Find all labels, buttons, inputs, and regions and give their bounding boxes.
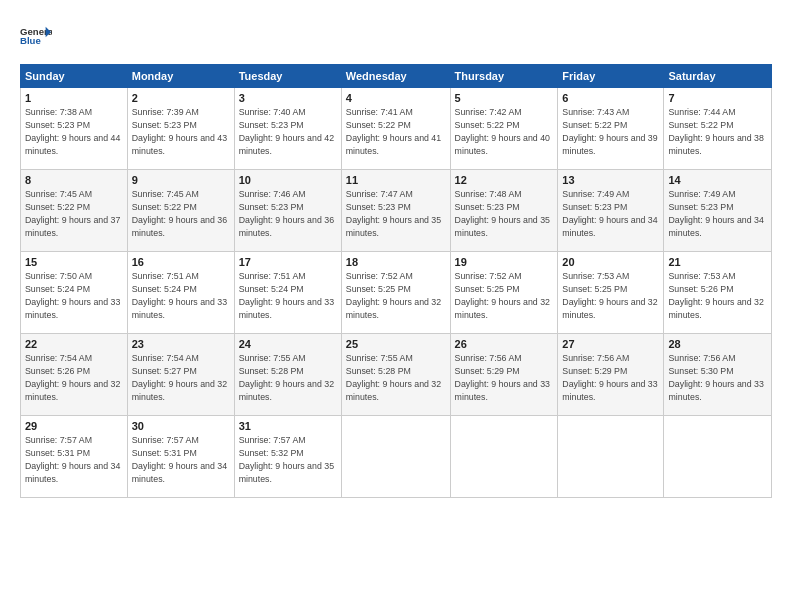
day-number: 5 [455, 92, 554, 104]
day-info: Sunrise: 7:39 AMSunset: 5:23 PMDaylight:… [132, 107, 227, 156]
day-info: Sunrise: 7:51 AMSunset: 5:24 PMDaylight:… [239, 271, 334, 320]
week-row-1: 1 Sunrise: 7:38 AMSunset: 5:23 PMDayligh… [21, 88, 772, 170]
day-cell: 21 Sunrise: 7:53 AMSunset: 5:26 PMDaylig… [664, 252, 772, 334]
day-info: Sunrise: 7:45 AMSunset: 5:22 PMDaylight:… [132, 189, 227, 238]
day-info: Sunrise: 7:56 AMSunset: 5:29 PMDaylight:… [562, 353, 657, 402]
day-cell [341, 416, 450, 498]
weekday-header-thursday: Thursday [450, 65, 558, 88]
day-number: 18 [346, 256, 446, 268]
day-cell: 31 Sunrise: 7:57 AMSunset: 5:32 PMDaylig… [234, 416, 341, 498]
day-cell: 24 Sunrise: 7:55 AMSunset: 5:28 PMDaylig… [234, 334, 341, 416]
day-info: Sunrise: 7:56 AMSunset: 5:29 PMDaylight:… [455, 353, 550, 402]
day-cell: 29 Sunrise: 7:57 AMSunset: 5:31 PMDaylig… [21, 416, 128, 498]
day-cell: 11 Sunrise: 7:47 AMSunset: 5:23 PMDaylig… [341, 170, 450, 252]
day-info: Sunrise: 7:44 AMSunset: 5:22 PMDaylight:… [668, 107, 763, 156]
day-number: 3 [239, 92, 337, 104]
page: General Blue SundayMondayTuesdayWednesda… [0, 0, 792, 612]
header: General Blue [20, 18, 772, 56]
day-cell: 3 Sunrise: 7:40 AMSunset: 5:23 PMDayligh… [234, 88, 341, 170]
day-number: 31 [239, 420, 337, 432]
day-cell: 25 Sunrise: 7:55 AMSunset: 5:28 PMDaylig… [341, 334, 450, 416]
weekday-header-sunday: Sunday [21, 65, 128, 88]
day-cell: 1 Sunrise: 7:38 AMSunset: 5:23 PMDayligh… [21, 88, 128, 170]
day-cell: 10 Sunrise: 7:46 AMSunset: 5:23 PMDaylig… [234, 170, 341, 252]
weekday-header-saturday: Saturday [664, 65, 772, 88]
day-number: 19 [455, 256, 554, 268]
day-info: Sunrise: 7:54 AMSunset: 5:27 PMDaylight:… [132, 353, 227, 402]
day-cell [558, 416, 664, 498]
day-number: 9 [132, 174, 230, 186]
week-row-4: 22 Sunrise: 7:54 AMSunset: 5:26 PMDaylig… [21, 334, 772, 416]
day-info: Sunrise: 7:52 AMSunset: 5:25 PMDaylight:… [346, 271, 441, 320]
day-info: Sunrise: 7:38 AMSunset: 5:23 PMDaylight:… [25, 107, 120, 156]
day-number: 2 [132, 92, 230, 104]
day-info: Sunrise: 7:55 AMSunset: 5:28 PMDaylight:… [239, 353, 334, 402]
day-cell: 15 Sunrise: 7:50 AMSunset: 5:24 PMDaylig… [21, 252, 128, 334]
day-cell: 14 Sunrise: 7:49 AMSunset: 5:23 PMDaylig… [664, 170, 772, 252]
day-info: Sunrise: 7:49 AMSunset: 5:23 PMDaylight:… [562, 189, 657, 238]
day-cell: 12 Sunrise: 7:48 AMSunset: 5:23 PMDaylig… [450, 170, 558, 252]
weekday-header-wednesday: Wednesday [341, 65, 450, 88]
day-cell: 16 Sunrise: 7:51 AMSunset: 5:24 PMDaylig… [127, 252, 234, 334]
day-cell: 17 Sunrise: 7:51 AMSunset: 5:24 PMDaylig… [234, 252, 341, 334]
day-number: 22 [25, 338, 123, 350]
logo: General Blue [20, 18, 52, 56]
day-number: 16 [132, 256, 230, 268]
day-number: 4 [346, 92, 446, 104]
day-number: 23 [132, 338, 230, 350]
day-cell: 5 Sunrise: 7:42 AMSunset: 5:22 PMDayligh… [450, 88, 558, 170]
day-info: Sunrise: 7:51 AMSunset: 5:24 PMDaylight:… [132, 271, 227, 320]
day-cell [450, 416, 558, 498]
day-cell: 2 Sunrise: 7:39 AMSunset: 5:23 PMDayligh… [127, 88, 234, 170]
day-number: 25 [346, 338, 446, 350]
day-number: 1 [25, 92, 123, 104]
weekday-header-monday: Monday [127, 65, 234, 88]
day-cell: 22 Sunrise: 7:54 AMSunset: 5:26 PMDaylig… [21, 334, 128, 416]
calendar: SundayMondayTuesdayWednesdayThursdayFrid… [20, 64, 772, 498]
day-number: 29 [25, 420, 123, 432]
week-row-5: 29 Sunrise: 7:57 AMSunset: 5:31 PMDaylig… [21, 416, 772, 498]
day-info: Sunrise: 7:57 AMSunset: 5:31 PMDaylight:… [132, 435, 227, 484]
day-info: Sunrise: 7:43 AMSunset: 5:22 PMDaylight:… [562, 107, 657, 156]
day-number: 6 [562, 92, 659, 104]
day-cell: 18 Sunrise: 7:52 AMSunset: 5:25 PMDaylig… [341, 252, 450, 334]
day-info: Sunrise: 7:57 AMSunset: 5:31 PMDaylight:… [25, 435, 120, 484]
day-info: Sunrise: 7:42 AMSunset: 5:22 PMDaylight:… [455, 107, 550, 156]
day-info: Sunrise: 7:53 AMSunset: 5:25 PMDaylight:… [562, 271, 657, 320]
day-number: 30 [132, 420, 230, 432]
day-number: 8 [25, 174, 123, 186]
day-number: 14 [668, 174, 767, 186]
day-number: 15 [25, 256, 123, 268]
svg-text:Blue: Blue [20, 35, 41, 46]
day-cell: 28 Sunrise: 7:56 AMSunset: 5:30 PMDaylig… [664, 334, 772, 416]
day-cell: 27 Sunrise: 7:56 AMSunset: 5:29 PMDaylig… [558, 334, 664, 416]
day-info: Sunrise: 7:53 AMSunset: 5:26 PMDaylight:… [668, 271, 763, 320]
day-number: 11 [346, 174, 446, 186]
day-cell: 9 Sunrise: 7:45 AMSunset: 5:22 PMDayligh… [127, 170, 234, 252]
weekday-header-row: SundayMondayTuesdayWednesdayThursdayFrid… [21, 65, 772, 88]
day-cell: 23 Sunrise: 7:54 AMSunset: 5:27 PMDaylig… [127, 334, 234, 416]
weekday-header-friday: Friday [558, 65, 664, 88]
day-number: 27 [562, 338, 659, 350]
logo-icon: General Blue [20, 20, 52, 52]
day-number: 7 [668, 92, 767, 104]
day-info: Sunrise: 7:56 AMSunset: 5:30 PMDaylight:… [668, 353, 763, 402]
day-cell: 26 Sunrise: 7:56 AMSunset: 5:29 PMDaylig… [450, 334, 558, 416]
day-number: 17 [239, 256, 337, 268]
day-number: 28 [668, 338, 767, 350]
day-cell [664, 416, 772, 498]
day-number: 21 [668, 256, 767, 268]
day-cell: 13 Sunrise: 7:49 AMSunset: 5:23 PMDaylig… [558, 170, 664, 252]
day-info: Sunrise: 7:55 AMSunset: 5:28 PMDaylight:… [346, 353, 441, 402]
day-number: 10 [239, 174, 337, 186]
day-info: Sunrise: 7:54 AMSunset: 5:26 PMDaylight:… [25, 353, 120, 402]
week-row-3: 15 Sunrise: 7:50 AMSunset: 5:24 PMDaylig… [21, 252, 772, 334]
day-number: 26 [455, 338, 554, 350]
day-info: Sunrise: 7:41 AMSunset: 5:22 PMDaylight:… [346, 107, 441, 156]
day-number: 24 [239, 338, 337, 350]
day-cell: 8 Sunrise: 7:45 AMSunset: 5:22 PMDayligh… [21, 170, 128, 252]
day-info: Sunrise: 7:52 AMSunset: 5:25 PMDaylight:… [455, 271, 550, 320]
day-cell: 4 Sunrise: 7:41 AMSunset: 5:22 PMDayligh… [341, 88, 450, 170]
day-info: Sunrise: 7:50 AMSunset: 5:24 PMDaylight:… [25, 271, 120, 320]
day-info: Sunrise: 7:48 AMSunset: 5:23 PMDaylight:… [455, 189, 550, 238]
